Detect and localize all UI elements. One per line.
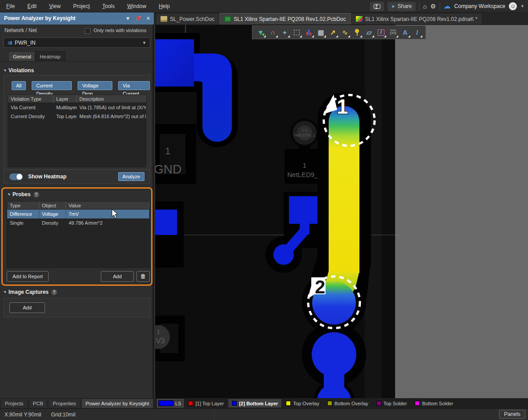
layer-color-swatch [327,401,332,406]
layer-tab[interactable]: Bottom Overlay [324,399,372,408]
help-icon[interactable]: ? [33,192,39,198]
panel-title-bar: Power Analyzer by Keysight ▼ 📌 ✕ [0,12,154,25]
show-heatmap-toggle[interactable] [9,173,23,180]
svg-text:1: 1 [337,95,348,118]
document-tab-label: SL1 Xilinx Spartan-IIE PQ208 Rev1.02.Pcb… [234,16,346,22]
menu-view[interactable]: View [43,0,67,12]
net-icon: ⇉ [8,40,12,46]
home-icon[interactable]: ⌂ [423,0,427,12]
marquee-select-icon[interactable] [291,26,303,38]
image-captures-title: Image Captures [8,289,49,295]
help-icon[interactable]: ? [51,289,57,295]
layer-tab[interactable]: [1] Top Layer [185,399,227,408]
delete-probe-button[interactable]: 🗑 [136,271,150,282]
line-icon[interactable]: / [411,26,423,38]
filter-icon[interactable]: ▼ [255,26,267,38]
column-header: Object [39,202,66,209]
pcb-view[interactable]: ▼∩+▦↗∿▱/[10]A/ [155,25,528,398]
layer-tab-label: [2] Bottom Layer [239,401,278,406]
panels-button[interactable]: Panels [499,410,525,419]
panel-tab-properties[interactable]: Properties [49,399,80,408]
document-tab[interactable]: SL1 Xilinx Spartan-IIE PQ208 Rev1.02.pdn… [351,13,483,25]
layer-tab[interactable]: Top Solder [373,399,411,408]
document-tab[interactable]: SL_Power.SchDoc [156,13,219,25]
histogram-icon[interactable] [303,26,315,38]
filter-button-voltage-drop[interactable]: Voltage Drop [78,81,112,90]
close-icon[interactable]: ✕ [146,12,150,25]
panel-tab-power-analyzer-by-keysight[interactable]: Power Analyzer by Keysight [82,399,153,408]
table-row[interactable]: Current DensityTop LayerMesh (64.816 A/m… [8,112,146,121]
counter-icon[interactable]: [10] [387,26,399,38]
tab-general[interactable]: General [8,51,36,61]
green-dot [262,33,264,36]
menu-file[interactable]: File [0,0,21,12]
gear-icon[interactable]: ⚙ [430,0,436,12]
svg-text:NetLED9_1: NetLED9_1 [287,171,322,178]
crosshair-icon[interactable]: + [279,26,291,38]
table-cell: 7mV [66,210,149,218]
add-probe-button[interactable]: Add [101,271,134,282]
net-select[interactable]: ⇉ PWR_IN ▼ [4,37,150,48]
column-header: Violation Type [8,95,54,103]
table-cell: Density [39,218,66,227]
image-captures-header[interactable]: Image Captures ? [4,289,57,295]
chevron-down-icon[interactable]: ▼ [520,4,524,8]
tab-heatmap[interactable]: Heatmap [35,51,66,61]
only-violations-checkbox[interactable] [85,28,91,34]
menu-window[interactable]: Window [121,0,153,12]
layer-color-swatch [158,400,173,406]
filter-button-current-density[interactable]: Current Density [32,81,72,90]
filter-button-via-current[interactable]: Via Current [118,81,150,90]
layer-set-chip[interactable]: LS [157,399,184,408]
layer-tab-label: Bottom Solder [422,401,453,406]
analyze-button[interactable]: Analyze [118,172,144,181]
filter-button-all[interactable]: All [12,81,26,90]
table-row[interactable]: SingleDensity49.786 A/mm^2 [7,218,149,227]
wave-icon[interactable]: ∿ [339,26,351,38]
layer-color-swatch [188,401,193,406]
collapse-icon [4,70,6,72]
table-cell: Mesh (64.816 A/mm^2) out of l [77,112,146,121]
panel-tab-projects[interactable]: Projects [1,399,28,408]
share-button[interactable]: ➤Share [388,2,415,11]
add-to-report-button[interactable]: Add to Report [7,271,49,282]
document-tab[interactable]: SL1 Xilinx Spartan-IIE PQ208 Rev1.02.Pcb… [219,13,351,25]
menu-project[interactable]: Project [67,0,96,12]
menu-help[interactable]: Help [153,0,176,12]
violations-header[interactable]: Violations [4,67,34,74]
layer-tab[interactable]: [2] Bottom Layer [228,399,281,408]
table-row[interactable]: Via CurrentMultilayerVia (1.785A) out of… [8,103,146,112]
violations-title: Violations [8,67,34,74]
layer-tab-label: [1] Top Layer [195,401,223,406]
column-header: Layer [54,95,77,103]
layer-stack-icon[interactable]: ▱ [363,26,375,38]
layer-color-swatch [286,401,291,406]
table-cell: Via (1.785A) out of limit at (X/Y) [77,103,146,112]
menu-tools[interactable]: Tools [96,0,121,12]
table-row[interactable]: DifferenceVoltage7mV [7,210,149,218]
slope-measure-icon[interactable]: / [375,26,387,38]
document-tab-label: SL1 Xilinx Spartan-IIE PQ208 Rev1.02.pdn… [365,16,478,22]
layer-tab[interactable]: Top Overlay [282,399,323,408]
column-header: Description [77,95,146,103]
route-path-icon[interactable]: ↗ [327,26,339,38]
workspace-button[interactable]: Company Workspace [454,3,506,9]
chip-icon[interactable]: ▦ [315,26,327,38]
svg-text:1-2: 1-2 [301,128,307,132]
add-capture-button[interactable]: Add [9,302,45,313]
layer-tab[interactable]: Bottom Solder [411,399,457,408]
menu-edit[interactable]: Edit [21,0,43,12]
comment-button[interactable] [370,2,384,11]
probe-pin-icon[interactable] [351,26,363,38]
svg-text:GND: GND [155,162,182,176]
panel-tab-pcb[interactable]: PCB [29,399,48,408]
divider [0,61,154,62]
svg-text:2: 2 [315,276,325,297]
svg-text:1: 1 [165,145,170,156]
pin-icon[interactable]: 📌 [135,12,141,25]
panel-menu-icon[interactable]: ▼ [125,12,130,25]
menu-bar: FileEditViewProjectToolsWindowHelp ➤Shar… [0,0,528,12]
avatar[interactable]: ☺ [509,2,517,10]
text-icon[interactable]: A [399,26,411,38]
magnet-icon[interactable]: ∩ [267,26,279,38]
